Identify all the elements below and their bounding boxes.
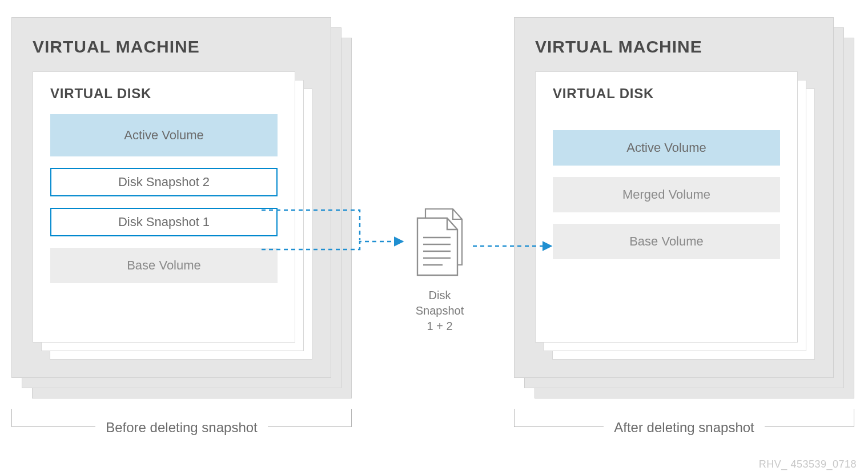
document-stack-icon <box>408 206 471 280</box>
base-volume: Base Volume <box>50 248 278 283</box>
disk-title: VIRTUAL DISK <box>50 86 278 102</box>
caption-text: Before deleting snapshot <box>95 420 268 436</box>
volume-list: Active Volume Disk Snapshot 2 Disk Snaps… <box>50 114 278 283</box>
disk-title: VIRTUAL DISK <box>553 86 780 102</box>
vm-title: VIRTUAL MACHINE <box>33 37 310 57</box>
disk-snapshot-1: Disk Snapshot 1 <box>50 208 278 236</box>
doc-label-line: 1 + 2 <box>427 320 452 332</box>
vm-card-front: VIRTUAL MACHINE VIRTUAL DISK Active Volu… <box>11 17 331 378</box>
merged-snapshot-doc: Disk Snapshot 1 + 2 <box>405 206 474 334</box>
disk-card-front: VIRTUAL DISK Active Volume Merged Volume… <box>535 71 798 343</box>
doc-label: Disk Snapshot 1 + 2 <box>405 288 474 334</box>
active-volume: Active Volume <box>50 114 278 156</box>
figure-id: RHV_ 453539_0718 <box>759 458 857 470</box>
doc-label-line: Snapshot <box>416 304 464 317</box>
vm-card-front: VIRTUAL MACHINE VIRTUAL DISK Active Volu… <box>514 17 834 378</box>
vm-before: VIRTUAL MACHINE VIRTUAL DISK Active Volu… <box>11 17 331 383</box>
vm-after: VIRTUAL MACHINE VIRTUAL DISK Active Volu… <box>514 17 834 383</box>
merged-volume: Merged Volume <box>553 177 780 212</box>
caption-after: After deleting snapshot <box>514 420 854 436</box>
diagram-root: VIRTUAL MACHINE VIRTUAL DISK Active Volu… <box>0 0 868 475</box>
volume-list: Active Volume Merged Volume Base Volume <box>553 130 780 259</box>
base-volume: Base Volume <box>553 224 780 259</box>
caption-text: After deleting snapshot <box>604 420 765 436</box>
disk-card-front: VIRTUAL DISK Active Volume Disk Snapshot… <box>33 71 295 343</box>
doc-label-line: Disk <box>429 289 451 301</box>
caption-before: Before deleting snapshot <box>11 420 352 436</box>
disk-snapshot-2: Disk Snapshot 2 <box>50 168 278 196</box>
virtual-disk-group: VIRTUAL DISK Active Volume Merged Volume… <box>535 71 813 368</box>
vm-title: VIRTUAL MACHINE <box>535 37 813 57</box>
virtual-disk-group: VIRTUAL DISK Active Volume Disk Snapshot… <box>33 71 310 368</box>
active-volume: Active Volume <box>553 130 780 166</box>
